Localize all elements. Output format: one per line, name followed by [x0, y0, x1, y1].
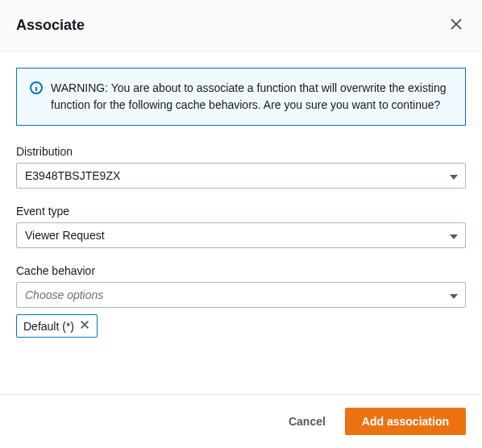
modal-header: Associate: [0, 0, 482, 52]
distribution-select[interactable]: E3948TBSJTE9ZX: [16, 163, 466, 189]
cache-behavior-placeholder: Choose options: [25, 288, 103, 301]
distribution-value: E3948TBSJTE9ZX: [25, 169, 120, 182]
distribution-field: Distribution E3948TBSJTE9ZX: [16, 145, 466, 189]
cache-behavior-select[interactable]: Choose options: [16, 282, 466, 308]
info-icon: [30, 81, 43, 97]
cache-behavior-token: Default (*): [16, 314, 98, 338]
event-type-value: Viewer Request: [25, 229, 105, 242]
event-type-field: Event type Viewer Request: [16, 205, 466, 248]
token-label: Default (*): [23, 320, 74, 333]
cache-behavior-field: Cache behavior Choose options Default (*…: [16, 264, 466, 338]
cache-behavior-tokens: Default (*): [16, 314, 466, 338]
alert-message: WARNING: You are about to associate a fu…: [51, 80, 452, 114]
warning-alert: WARNING: You are about to associate a fu…: [16, 68, 466, 126]
modal-title: Associate: [16, 17, 85, 34]
close-button[interactable]: [447, 15, 466, 36]
svg-point-4: [35, 85, 36, 85]
modal-body: WARNING: You are about to associate a fu…: [0, 52, 482, 394]
event-type-label: Event type: [16, 205, 466, 218]
cache-behavior-label: Cache behavior: [16, 264, 466, 277]
event-type-select[interactable]: Viewer Request: [16, 222, 466, 248]
close-icon: [450, 18, 463, 33]
token-remove-button[interactable]: [79, 319, 90, 333]
distribution-label: Distribution: [16, 145, 466, 158]
modal-footer: Cancel Add association: [0, 394, 482, 448]
add-association-button[interactable]: Add association: [345, 408, 466, 435]
close-icon: [79, 319, 90, 333]
cancel-button[interactable]: Cancel: [280, 410, 334, 433]
